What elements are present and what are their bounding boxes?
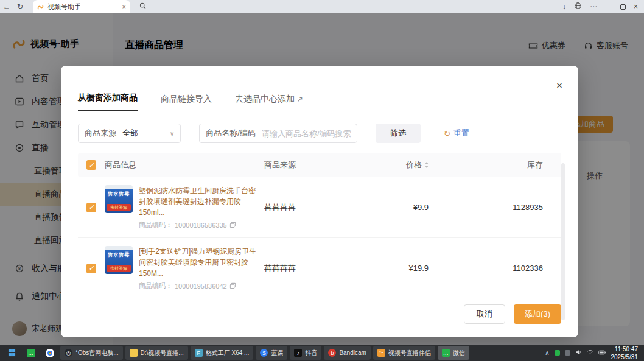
clock-date: 2025/5/31 [611,353,639,361]
tray-network-icon[interactable] [587,349,593,357]
source-select[interactable]: 商品来源 全部 ∨ [78,124,181,143]
name-search-input[interactable] [262,129,357,138]
tab-label: 去选品中心添加 [235,94,295,105]
refresh-icon[interactable]: ↻ [13,0,27,13]
tray-app-icon[interactable] [565,350,570,356]
tab-selection-center[interactable]: 去选品中心添加 ↗ [235,93,303,111]
product-code-label: 商品编码： [139,220,172,230]
window-controls: ↓ ⋯ — × [562,2,644,12]
taskbar-app-label: *Obs官网电脑... [75,349,119,357]
taskbar-app-label: 格式工厂 X64 ... [206,349,250,357]
tray-wechat-icon[interactable] [555,350,560,356]
cancel-button[interactable]: 取消 [464,304,505,324]
window-close-icon[interactable]: × [634,2,638,11]
product-image-text: 防水防霉 [105,251,133,258]
taskbar-app-bandicam[interactable]: b Bandicam [324,346,370,360]
taskbar-app-label: D:\视频号直播... [141,349,184,357]
product-price: ¥19.9 [355,264,429,273]
taskbar-chrome-icon[interactable] [41,346,58,360]
taskbar-app-label: 视频号直播伴侣 [388,349,431,357]
product-title[interactable]: 塑钢泥防水防霉卫生间厨房洗手台密封胶填缝剂美缝封边补漏专用胶150ml... [139,185,259,218]
tab-add-from-showcase[interactable]: 从橱窗添加商品 [78,93,138,111]
product-image-text: 密封补漏 [107,204,131,211]
more-icon[interactable]: ⋯ [590,2,597,11]
download-icon[interactable]: ↓ [562,2,566,11]
tray-chevron-up-icon[interactable]: ∧ [545,349,549,356]
modal-close-icon[interactable]: × [556,80,562,91]
back-icon[interactable]: ← [0,0,13,13]
minimize-icon[interactable]: — [605,2,612,11]
maximize-icon[interactable] [620,4,626,10]
taskbar-app-folder[interactable]: D:\视频号直播... [125,346,188,360]
scrollbar-thumb[interactable] [561,163,565,320]
taskbar-app-lanke[interactable]: S 蓝课 [256,346,287,360]
taskbar-app-formatfactory[interactable]: F 格式工厂 X64 ... [191,346,254,360]
confirm-add-button[interactable]: 添加(3) [514,304,561,324]
product-image-text: 防水防霉 [105,191,133,197]
taskbar-app-label: 抖音 [305,349,317,357]
taskbar: … ◎ *Obs官网电脑... D:\视频号直播... F 格式工厂 X64 .… [0,345,644,361]
product-title[interactable]: [到手2支送铲刀]强力塑钢泥厨房卫生间密封胶美缝填隙专用厨卫密封胶150M... [139,246,259,279]
row-checkbox[interactable]: ✓ [86,203,96,212]
tab-title: 视频号助手 [47,2,119,12]
browser-titlebar: ← ↻ 视频号助手 × ↓ ⋯ — × [0,0,644,13]
product-stock: 1102336 [429,264,561,273]
product-image: 防水防霉 密封补漏 [105,185,133,213]
table-header: ✓ 商品信息 商品来源 价格 库存 [78,153,561,177]
row-checkbox[interactable]: ✓ [86,264,96,273]
tray-battery-icon[interactable] [598,349,606,357]
product-source: 苒苒苒苒 [264,202,355,213]
product-image-text: 密封补漏 [107,265,131,272]
select-all-checkbox[interactable]: ✓ [86,160,96,170]
start-button-icon[interactable] [4,346,20,360]
tray-volume-icon[interactable] [575,349,582,357]
modal-tabs: 从橱窗添加商品 商品链接导入 去选品中心添加 ↗ [78,66,561,111]
taskbar-app-douyin[interactable]: ♪ 抖音 [290,346,321,360]
taskbar-app-channels-live[interactable]: 〜 视频号直播伴侣 [373,346,435,360]
clock-time: 11:50:47 [611,345,639,353]
filter-button[interactable]: 筛选 [376,124,421,143]
page: 视频号·助手 首页 内容管理 互动管理 直播 [0,13,644,345]
search-icon[interactable] [139,1,147,12]
col-info: 商品信息 [105,159,264,170]
globe-icon[interactable] [574,2,582,12]
chevron-down-icon: ∨ [170,130,174,137]
browser-tab[interactable]: 视频号助手 × [33,0,130,13]
table-row: ✓ 防水防霉 密封补漏 [到手2支送铲刀]强力塑钢泥厨房卫生间密封胶美缝填隙专用… [78,238,561,296]
system-tray: ∧ 11:50:47 2025/5/31 [545,345,640,361]
source-select-label: 商品来源 [79,128,122,139]
table-row: ✓ 防水防霉 密封补漏 塑钢泥防水防霉卫生间厨房洗手台密封胶填缝剂美缝封边补漏专… [78,177,561,238]
channels-logo-icon [37,4,44,10]
copy-icon[interactable] [229,282,236,289]
taskbar-app-obs[interactable]: ◎ *Obs官网电脑... [60,346,123,360]
tab-label: 从橱窗添加商品 [78,93,138,103]
name-search-label: 商品名称/编码 [200,128,262,139]
taskbar-app-label: Bandicam [339,349,366,356]
product-source: 苒苒苒苒 [264,263,355,274]
check-icon: ✓ [88,264,94,272]
taskbar-wechat-icon[interactable]: … [23,346,39,360]
product-table: ✓ 商品信息 商品来源 价格 库存 ✓ 防水防霉 密封补漏 [78,153,561,296]
check-icon: ✓ [88,203,94,211]
reset-button[interactable]: ↻ 重置 [444,128,469,139]
tab-close-icon[interactable]: × [122,3,126,10]
filter-bar: 商品来源 全部 ∨ 商品名称/编码 筛选 ↻ 重置 [78,124,561,143]
source-select-value: 全部 ∨ [122,128,180,139]
copy-icon[interactable] [229,222,236,228]
tab-import-link[interactable]: 商品链接导入 [161,93,212,111]
check-icon: ✓ [88,161,94,169]
product-stock: 1128935 [429,203,561,212]
taskbar-app-label: 微信 [453,349,465,357]
modal-footer: 取消 添加(3) [78,296,561,337]
taskbar-app-label: 蓝课 [271,349,283,357]
screen: ← ↻ 视频号助手 × ↓ ⋯ — × 视频号·助手 [0,0,644,361]
taskbar-app-wechat[interactable]: … 微信 [438,346,469,360]
col-stock: 库存 [429,159,561,170]
col-price: 价格 [406,159,422,170]
taskbar-clock[interactable]: 11:50:47 2025/5/31 [611,345,639,361]
product-code-label: 商品编码： [139,281,172,290]
col-source: 商品来源 [264,159,355,170]
external-link-icon: ↗ [297,95,303,103]
add-product-modal: × 从橱窗添加商品 商品链接导入 去选品中心添加 ↗ 商品来源 全部 [61,66,578,337]
reset-icon: ↻ [444,129,450,138]
